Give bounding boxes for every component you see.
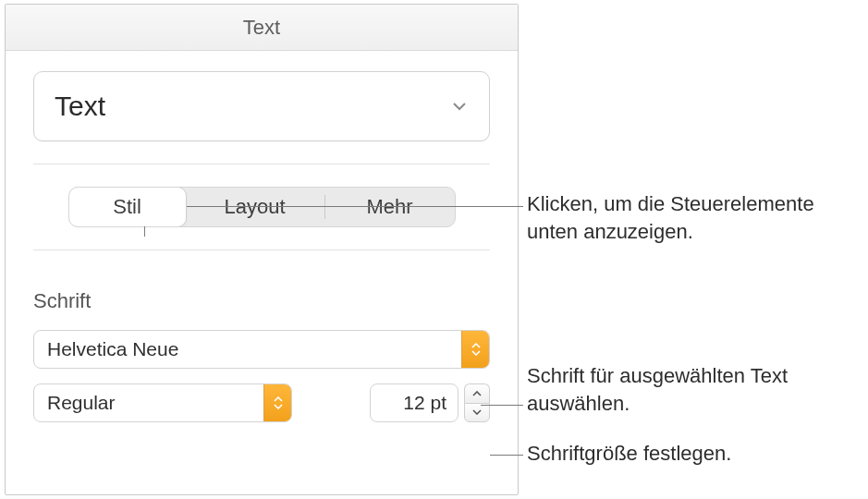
callout-leader bbox=[144, 206, 523, 207]
callout-tabs: Klicken, um die Steuerelemente unten anz… bbox=[527, 190, 868, 245]
text-inspector-panel: Text Text Stil Layout Mehr Schrift Helve… bbox=[5, 4, 519, 495]
tab-segmented-control: Stil Layout Mehr bbox=[68, 187, 456, 227]
callout-size: Schriftgröße festlegen. bbox=[527, 440, 731, 468]
callout-font: Schrift für ausgewählten Text auswählen. bbox=[527, 362, 868, 417]
stepper-up-button[interactable] bbox=[464, 383, 490, 403]
font-weight-value: Regular bbox=[47, 392, 116, 414]
font-size-field[interactable]: 12 pt bbox=[370, 383, 458, 422]
popup-arrows-icon bbox=[461, 331, 489, 368]
panel-title: Text bbox=[6, 5, 518, 51]
callout-leader bbox=[490, 455, 523, 456]
divider bbox=[33, 164, 490, 164]
font-weight-popup[interactable]: Regular bbox=[33, 383, 292, 422]
font-family-popup[interactable]: Helvetica Neue bbox=[33, 330, 490, 369]
callout-leader bbox=[481, 405, 523, 406]
popup-arrows-icon bbox=[263, 384, 291, 421]
tab-layout[interactable]: Layout bbox=[186, 188, 324, 226]
tab-stil[interactable]: Stil bbox=[68, 187, 187, 227]
font-size-stepper bbox=[464, 383, 490, 422]
font-size-value: 12 pt bbox=[403, 392, 446, 414]
schrift-section-label: Schrift bbox=[33, 289, 490, 313]
chevron-down-icon bbox=[450, 97, 469, 116]
divider bbox=[33, 250, 490, 250]
paragraph-style-select[interactable]: Text bbox=[33, 71, 490, 141]
tab-mehr[interactable]: Mehr bbox=[325, 188, 455, 226]
font-family-value: Helvetica Neue bbox=[47, 338, 178, 360]
paragraph-style-label: Text bbox=[55, 91, 105, 122]
